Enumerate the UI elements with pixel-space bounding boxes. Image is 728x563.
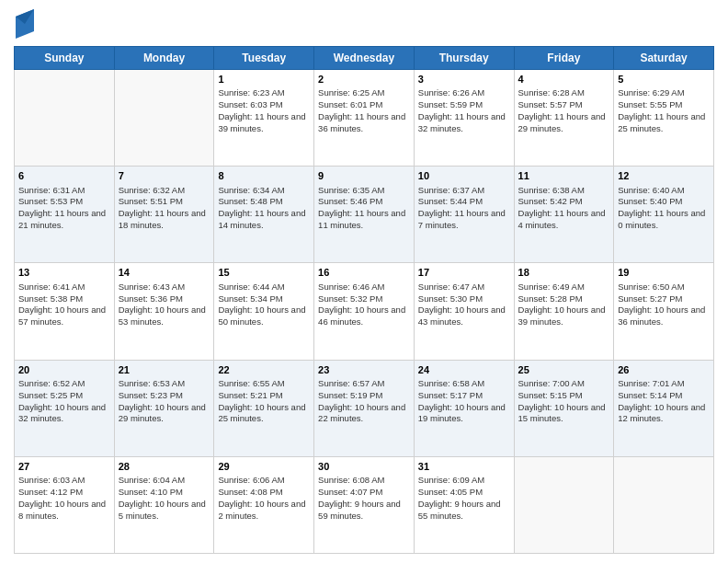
day-detail: Sunrise: 6:03 AMSunset: 4:12 PMDaylight:… xyxy=(18,475,110,522)
day-number: 26 xyxy=(618,363,710,377)
calendar-cell: 9Sunrise: 6:35 AMSunset: 5:46 PMDaylight… xyxy=(314,167,415,263)
day-number: 5 xyxy=(618,73,710,86)
day-number: 19 xyxy=(618,266,710,280)
calendar-cell xyxy=(15,70,115,167)
day-detail: Sunrise: 6:34 AMSunset: 5:48 PMDaylight:… xyxy=(218,185,310,232)
day-detail: Sunrise: 6:47 AMSunset: 5:30 PMDaylight:… xyxy=(418,282,510,328)
calendar-cell: 25Sunrise: 7:00 AMSunset: 5:15 PMDayligh… xyxy=(514,360,614,456)
day-number: 3 xyxy=(418,73,510,86)
calendar-week-5: 27Sunrise: 6:03 AMSunset: 4:12 PMDayligh… xyxy=(15,456,714,553)
day-detail: Sunrise: 6:28 AMSunset: 5:57 PMDaylight:… xyxy=(518,87,610,134)
calendar-cell: 24Sunrise: 6:58 AMSunset: 5:17 PMDayligh… xyxy=(414,360,514,456)
calendar-cell: 10Sunrise: 6:37 AMSunset: 5:44 PMDayligh… xyxy=(414,167,514,263)
calendar-cell: 13Sunrise: 6:41 AMSunset: 5:38 PMDayligh… xyxy=(15,263,115,360)
calendar-cell: 23Sunrise: 6:57 AMSunset: 5:19 PMDayligh… xyxy=(314,360,415,456)
day-detail: Sunrise: 6:25 AMSunset: 6:01 PMDaylight:… xyxy=(318,87,410,134)
day-detail: Sunrise: 6:46 AMSunset: 5:32 PMDaylight:… xyxy=(318,282,410,328)
day-number: 23 xyxy=(318,363,410,377)
calendar-cell: 30Sunrise: 6:08 AMSunset: 4:07 PMDayligh… xyxy=(314,456,415,553)
calendar-table: SundayMondayTuesdayWednesdayThursdayFrid… xyxy=(14,46,714,554)
calendar-cell: 29Sunrise: 6:06 AMSunset: 4:08 PMDayligh… xyxy=(214,456,314,553)
day-number: 20 xyxy=(18,363,110,377)
day-detail: Sunrise: 6:09 AMSunset: 4:05 PMDaylight:… xyxy=(418,475,510,522)
calendar-cell: 11Sunrise: 6:38 AMSunset: 5:42 PMDayligh… xyxy=(514,167,614,263)
page: SundayMondayTuesdayWednesdayThursdayFrid… xyxy=(0,0,728,563)
calendar-cell: 14Sunrise: 6:43 AMSunset: 5:36 PMDayligh… xyxy=(114,263,214,360)
day-number: 1 xyxy=(218,73,310,86)
calendar-cell: 12Sunrise: 6:40 AMSunset: 5:40 PMDayligh… xyxy=(614,167,714,263)
day-number: 16 xyxy=(318,266,410,280)
calendar-cell: 19Sunrise: 6:50 AMSunset: 5:27 PMDayligh… xyxy=(614,263,714,360)
day-detail: Sunrise: 6:26 AMSunset: 5:59 PMDaylight:… xyxy=(418,87,510,134)
day-number: 6 xyxy=(18,169,110,183)
day-number: 17 xyxy=(418,266,510,280)
day-number: 28 xyxy=(119,460,210,474)
calendar-cell: 18Sunrise: 6:49 AMSunset: 5:28 PMDayligh… xyxy=(514,263,614,360)
day-number: 13 xyxy=(18,266,110,280)
day-number: 8 xyxy=(218,169,310,183)
weekday-header-tuesday: Tuesday xyxy=(214,47,314,70)
calendar-cell: 3Sunrise: 6:26 AMSunset: 5:59 PMDaylight… xyxy=(414,70,514,167)
day-number: 21 xyxy=(119,363,210,377)
day-number: 9 xyxy=(318,169,410,183)
calendar-cell: 27Sunrise: 6:03 AMSunset: 4:12 PMDayligh… xyxy=(15,456,115,553)
day-detail: Sunrise: 6:44 AMSunset: 5:34 PMDaylight:… xyxy=(218,282,310,328)
day-detail: Sunrise: 6:29 AMSunset: 5:55 PMDaylight:… xyxy=(618,87,710,134)
day-detail: Sunrise: 6:50 AMSunset: 5:27 PMDaylight:… xyxy=(618,282,710,328)
calendar-cell xyxy=(614,456,714,553)
calendar-cell: 28Sunrise: 6:04 AMSunset: 4:10 PMDayligh… xyxy=(114,456,214,553)
day-number: 24 xyxy=(418,363,510,377)
day-detail: Sunrise: 6:57 AMSunset: 5:19 PMDaylight:… xyxy=(318,378,410,425)
day-detail: Sunrise: 6:58 AMSunset: 5:17 PMDaylight:… xyxy=(418,378,510,425)
day-detail: Sunrise: 6:38 AMSunset: 5:42 PMDaylight:… xyxy=(518,185,610,232)
weekday-header-monday: Monday xyxy=(114,47,214,70)
day-detail: Sunrise: 6:52 AMSunset: 5:25 PMDaylight:… xyxy=(18,378,110,425)
calendar-cell: 1Sunrise: 6:23 AMSunset: 6:03 PMDaylight… xyxy=(214,70,314,167)
day-number: 22 xyxy=(218,363,310,377)
weekday-header-thursday: Thursday xyxy=(414,47,514,70)
day-number: 25 xyxy=(518,363,610,377)
day-detail: Sunrise: 6:35 AMSunset: 5:46 PMDaylight:… xyxy=(318,185,410,232)
day-detail: Sunrise: 7:01 AMSunset: 5:14 PMDaylight:… xyxy=(618,378,710,425)
calendar-cell: 7Sunrise: 6:32 AMSunset: 5:51 PMDaylight… xyxy=(114,167,214,263)
weekday-header-sunday: Sunday xyxy=(15,47,115,70)
day-number: 10 xyxy=(418,169,510,183)
day-number: 2 xyxy=(318,73,410,86)
calendar-week-1: 1Sunrise: 6:23 AMSunset: 6:03 PMDaylight… xyxy=(15,70,714,167)
day-number: 31 xyxy=(418,460,510,474)
day-number: 12 xyxy=(618,169,710,183)
logo xyxy=(14,9,34,39)
day-detail: Sunrise: 6:04 AMSunset: 4:10 PMDaylight:… xyxy=(119,475,210,522)
day-detail: Sunrise: 6:55 AMSunset: 5:21 PMDaylight:… xyxy=(218,378,310,425)
weekday-header-wednesday: Wednesday xyxy=(314,47,415,70)
weekday-header-row: SundayMondayTuesdayWednesdayThursdayFrid… xyxy=(15,47,714,70)
calendar-cell: 2Sunrise: 6:25 AMSunset: 6:01 PMDaylight… xyxy=(314,70,415,167)
day-number: 14 xyxy=(119,266,210,280)
day-detail: Sunrise: 6:40 AMSunset: 5:40 PMDaylight:… xyxy=(618,185,710,232)
calendar-cell: 16Sunrise: 6:46 AMSunset: 5:32 PMDayligh… xyxy=(314,263,415,360)
day-detail: Sunrise: 6:32 AMSunset: 5:51 PMDaylight:… xyxy=(119,185,210,232)
calendar-cell: 17Sunrise: 6:47 AMSunset: 5:30 PMDayligh… xyxy=(414,263,514,360)
day-detail: Sunrise: 6:37 AMSunset: 5:44 PMDaylight:… xyxy=(418,185,510,232)
logo-icon xyxy=(16,9,34,39)
day-number: 30 xyxy=(318,460,410,474)
day-number: 18 xyxy=(518,266,610,280)
calendar-cell: 8Sunrise: 6:34 AMSunset: 5:48 PMDaylight… xyxy=(214,167,314,263)
day-number: 7 xyxy=(119,169,210,183)
day-detail: Sunrise: 6:41 AMSunset: 5:38 PMDaylight:… xyxy=(18,282,110,328)
day-detail: Sunrise: 6:49 AMSunset: 5:28 PMDaylight:… xyxy=(518,282,610,328)
day-number: 29 xyxy=(218,460,310,474)
day-detail: Sunrise: 6:53 AMSunset: 5:23 PMDaylight:… xyxy=(119,378,210,425)
day-number: 11 xyxy=(518,169,610,183)
calendar-cell: 21Sunrise: 6:53 AMSunset: 5:23 PMDayligh… xyxy=(114,360,214,456)
calendar-cell: 22Sunrise: 6:55 AMSunset: 5:21 PMDayligh… xyxy=(214,360,314,456)
calendar-week-3: 13Sunrise: 6:41 AMSunset: 5:38 PMDayligh… xyxy=(15,263,714,360)
day-detail: Sunrise: 6:43 AMSunset: 5:36 PMDaylight:… xyxy=(119,282,210,328)
calendar-week-2: 6Sunrise: 6:31 AMSunset: 5:53 PMDaylight… xyxy=(15,167,714,263)
calendar-cell: 15Sunrise: 6:44 AMSunset: 5:34 PMDayligh… xyxy=(214,263,314,360)
calendar-cell: 31Sunrise: 6:09 AMSunset: 4:05 PMDayligh… xyxy=(414,456,514,553)
day-number: 15 xyxy=(218,266,310,280)
header xyxy=(14,9,714,39)
calendar-week-4: 20Sunrise: 6:52 AMSunset: 5:25 PMDayligh… xyxy=(15,360,714,456)
weekday-header-friday: Friday xyxy=(514,47,614,70)
